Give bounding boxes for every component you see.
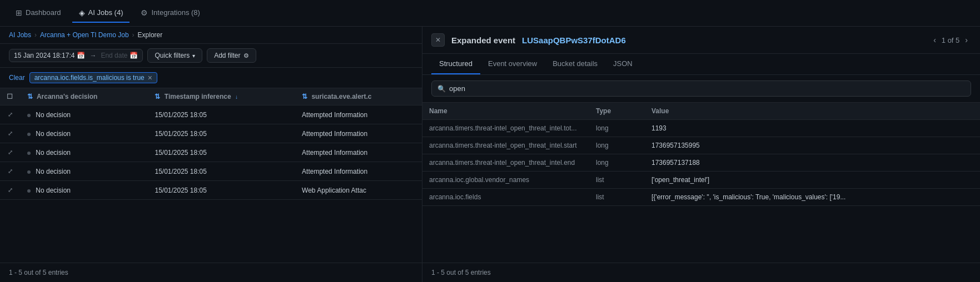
col-suricata: ⇅ suricata.eve.alert.c bbox=[295, 88, 422, 105]
detail-col-name: Name bbox=[422, 103, 589, 120]
breadcrumb-explorer: Explorer bbox=[138, 31, 163, 39]
expanded-event-title: Expanded event bbox=[451, 36, 515, 45]
expand-cell: ⤢ bbox=[0, 105, 21, 124]
chevron-down-icon: ▾ bbox=[192, 53, 195, 59]
expand-row-button[interactable]: ⤢ bbox=[7, 167, 14, 176]
timestamp-cell: 15/01/2025 18:05 bbox=[148, 105, 295, 124]
expand-row-button[interactable]: ⤢ bbox=[7, 110, 14, 119]
add-filter-label: Add filter bbox=[214, 52, 240, 59]
toolbar: 15 Jan 2024 18:17:4 📅 → End date 📅 Quick… bbox=[0, 44, 422, 68]
col-suricata-sort-icon: ⇅ bbox=[302, 93, 307, 100]
decision-value: No decision bbox=[36, 130, 71, 138]
table-footer-text: 1 - 5 out of 5 entries bbox=[9, 269, 68, 276]
events-table: ☐ ⇅ Arcanna's decision ⇅ Timestamp infer… bbox=[0, 88, 422, 200]
timestamp-cell: 15/01/2025 18:05 bbox=[148, 181, 295, 200]
expand-row-button[interactable]: ⤢ bbox=[7, 129, 14, 138]
breadcrumb: AI Jobs › Arcanna + Open TI Demo Job › E… bbox=[0, 27, 422, 44]
decision-dot bbox=[27, 170, 31, 174]
col-timestamp-label: Timestamp inference bbox=[165, 93, 231, 100]
filter-tag-close-button[interactable]: × bbox=[148, 74, 152, 82]
detail-footer-text: 1 - 5 out of 5 entries bbox=[431, 269, 491, 276]
detail-name-cell: arcanna.timers.threat-intel_open_threat_… bbox=[422, 154, 589, 172]
table-footer: 1 - 5 out of 5 entries bbox=[0, 263, 422, 282]
detail-value-cell: ['open_threat_intel'] bbox=[645, 172, 980, 189]
detail-table-row: arcanna.timers.threat-intel_open_threat_… bbox=[422, 154, 980, 172]
expand-row-button[interactable]: ⤢ bbox=[7, 185, 14, 195]
detail-type-cell: list bbox=[589, 172, 645, 189]
timestamp-cell: 15/01/2025 18:05 bbox=[148, 143, 295, 162]
quick-filters-button[interactable]: Quick filters ▾ bbox=[147, 48, 202, 63]
expand-cell: ⤢ bbox=[0, 181, 21, 200]
suricata-cell: Attempted Information bbox=[295, 105, 422, 124]
expand-cell: ⤢ bbox=[0, 143, 21, 162]
col-decision[interactable]: ⇅ Arcanna's decision bbox=[21, 88, 148, 105]
tab-event-overview[interactable]: Event overview bbox=[480, 54, 545, 74]
breadcrumb-demo-job[interactable]: Arcanna + Open TI Demo Job bbox=[40, 31, 129, 39]
detail-type-cell: long bbox=[589, 137, 645, 154]
ai-jobs-icon: ◈ bbox=[79, 8, 85, 17]
integrations-icon: ⚙ bbox=[141, 8, 148, 17]
close-panel-button[interactable]: ✕ bbox=[431, 33, 445, 47]
detail-search-input[interactable] bbox=[449, 84, 965, 93]
filter-tag-text: arcanna.ioc.fields.is_malicious is true bbox=[34, 74, 145, 82]
suricata-cell: Attempted Information bbox=[295, 124, 422, 143]
detail-type-cell: long bbox=[589, 120, 645, 137]
table-row: ⤢ No decision 15/01/2025 18:05 Web Appli… bbox=[0, 181, 422, 200]
breadcrumb-sep-2: › bbox=[132, 31, 135, 39]
nav-ai-jobs-label: AI Jobs (4) bbox=[88, 8, 123, 17]
detail-name-cell: arcanna.timers.threat-intel_open_threat_… bbox=[422, 120, 589, 137]
checkbox-icon[interactable]: ☐ bbox=[7, 93, 13, 100]
events-table-wrapper: ☐ ⇅ Arcanna's decision ⇅ Timestamp infer… bbox=[0, 88, 422, 263]
decision-cell: No decision bbox=[21, 143, 148, 162]
tab-json-label: JSON bbox=[613, 59, 633, 68]
detail-search-input-wrap: 🔍 bbox=[431, 80, 971, 97]
decision-dot bbox=[27, 189, 31, 193]
decision-cell: No decision bbox=[21, 105, 148, 124]
nav-integrations[interactable]: ⚙ Integrations (8) bbox=[134, 4, 206, 23]
start-date-value: 15 Jan 2024 18:17:4 bbox=[14, 52, 74, 59]
detail-table-wrapper: Name Type Value arcanna.timers.threat-in… bbox=[422, 103, 980, 263]
pagination-arrows: ‹ 1 of 5 › bbox=[930, 34, 971, 46]
nav-dashboard-label: Dashboard bbox=[26, 8, 61, 17]
detail-value-cell: [{'error_message': '', 'is_malicious': T… bbox=[645, 189, 980, 206]
expand-cell: ⤢ bbox=[0, 162, 21, 181]
calendar-icon-start: 📅 bbox=[77, 52, 85, 59]
nav-dashboard[interactable]: ⊞ Dashboard bbox=[9, 4, 68, 23]
detail-table-row: arcanna.ioc.fields list [{'error_message… bbox=[422, 189, 980, 206]
prev-event-button[interactable]: ‹ bbox=[930, 34, 939, 46]
tab-structured[interactable]: Structured bbox=[431, 54, 480, 74]
clear-filters-button[interactable]: Clear bbox=[9, 74, 25, 82]
col-timestamp-sort-icon: ⇅ bbox=[155, 93, 160, 100]
timestamp-cell: 15/01/2025 18:05 bbox=[148, 124, 295, 143]
dashboard-icon: ⊞ bbox=[16, 8, 22, 17]
nav-ai-jobs[interactable]: ◈ AI Jobs (4) bbox=[72, 4, 130, 23]
suricata-cell: Web Application Attac bbox=[295, 181, 422, 200]
detail-footer: 1 - 5 out of 5 entries bbox=[422, 263, 980, 282]
detail-name-cell: arcanna.ioc.fields bbox=[422, 189, 589, 206]
tab-bucket-details[interactable]: Bucket details bbox=[545, 54, 605, 74]
detail-type-cell: long bbox=[589, 154, 645, 172]
search-icon: 🔍 bbox=[437, 85, 446, 93]
decision-cell: No decision bbox=[21, 124, 148, 143]
right-panel: ✕ Expanded event LUSaapQBPwS37fDotAD6 ‹ … bbox=[422, 27, 980, 282]
next-event-button[interactable]: › bbox=[962, 34, 971, 46]
detail-col-value: Value bbox=[645, 103, 980, 120]
decision-cell: No decision bbox=[21, 181, 148, 200]
decision-value: No decision bbox=[36, 149, 71, 157]
detail-table: Name Type Value arcanna.timers.threat-in… bbox=[422, 103, 980, 206]
decision-value: No decision bbox=[36, 111, 71, 119]
tab-json[interactable]: JSON bbox=[605, 54, 640, 74]
add-filter-button[interactable]: Add filter ⚙ bbox=[207, 48, 256, 63]
decision-cell: No decision bbox=[21, 162, 148, 181]
tab-bucket-details-label: Bucket details bbox=[553, 59, 598, 68]
expand-row-button[interactable]: ⤢ bbox=[7, 148, 14, 157]
start-date-wrapper[interactable]: 15 Jan 2024 18:17:4 📅 → End date 📅 bbox=[9, 49, 143, 62]
expand-cell: ⤢ bbox=[0, 124, 21, 143]
right-header-left: ✕ Expanded event LUSaapQBPwS37fDotAD6 bbox=[431, 33, 626, 47]
detail-name-cell: arcanna.ioc.global.vendor_names bbox=[422, 172, 589, 189]
decision-dot bbox=[27, 152, 31, 155]
breadcrumb-ai-jobs[interactable]: AI Jobs bbox=[9, 31, 31, 39]
calendar-icon-end: 📅 bbox=[130, 52, 138, 59]
col-timestamp[interactable]: ⇅ Timestamp inference ↓ bbox=[148, 88, 295, 105]
nav-integrations-label: Integrations (8) bbox=[151, 8, 200, 17]
